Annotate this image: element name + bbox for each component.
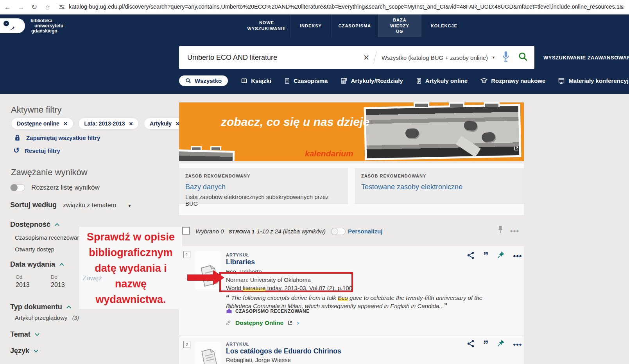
result-item-2[interactable]: 2 ARTYKUŁ Los catálogos de Eduardo Chiri… xyxy=(179,336,524,364)
recommendation-card-bazy-danych[interactable]: ZASÓB REKOMENDOWANY Bazy danych Lista za… xyxy=(179,168,348,204)
tutorial-annotation: Sprawdź w opisie bibliograficznym datę w… xyxy=(79,227,182,309)
sort-caret-icon[interactable]: ▼ xyxy=(128,204,131,208)
browser-reload-icon[interactable]: ↻ xyxy=(31,4,37,11)
more-actions-icon[interactable]: ••• xyxy=(513,252,522,260)
pin-icon[interactable] xyxy=(497,251,505,261)
chevron-up-icon xyxy=(59,263,65,266)
library-photo xyxy=(364,104,521,160)
browser-back-icon[interactable]: ← xyxy=(4,4,11,11)
tab-artykuly-online[interactable]: Artykuły online xyxy=(416,77,468,84)
available-online-link[interactable]: Dostępny Online xyxy=(235,319,283,326)
citation-icon[interactable]: ” xyxy=(483,342,489,347)
active-filter-chips: Dostępne online✕ Lata: 2013-2013✕ Artyku… xyxy=(11,118,189,129)
result-title-link[interactable]: Libraries xyxy=(226,258,255,266)
advanced-search-link[interactable]: WYSZUKIWANIE ZAAWANSOWANE xyxy=(543,55,629,61)
date-to-input[interactable]: 2013 xyxy=(51,282,65,289)
recommendation-subtitle: Lista zasobów elektronicznych subskrybow… xyxy=(185,194,342,207)
nav-item-indeksy[interactable]: INDEKSY xyxy=(290,14,331,37)
reset-filters-button[interactable]: ↺ Resetuj filtry xyxy=(13,147,60,154)
recommendation-card-testowane-zasoby[interactable]: ZASÓB REKOMENDOWANY Testowane zasoby ele… xyxy=(355,168,524,204)
tab-rozprawy-naukowe[interactable]: Rozprawy naukowe xyxy=(480,77,545,84)
nav-item-kolekcje[interactable]: KOLEKCJE xyxy=(421,14,467,37)
search-tabs: Wszystko Książki Czasopisma Artykuły/Roz… xyxy=(179,75,629,86)
facet-subject-header[interactable]: Temat xyxy=(10,330,40,339)
chevron-right-icon[interactable]: › xyxy=(297,319,299,327)
expand-results-toggle[interactable] xyxy=(10,184,25,191)
promo-banner[interactable]: zobacz, co się u nas dzieje kalendarium … xyxy=(179,102,524,161)
facet-availability-header[interactable]: Dostępność xyxy=(10,221,60,229)
range-caret-icon[interactable]: ▼ xyxy=(317,230,321,233)
citation-icon[interactable]: ” xyxy=(483,253,489,259)
tab-label: Czasopisma xyxy=(294,77,328,84)
facet-count: (3) xyxy=(72,315,79,321)
share-icon[interactable] xyxy=(467,251,475,261)
banner-kalendarium-link[interactable]: kalendarium xyxy=(305,149,353,158)
pin-icon[interactable] xyxy=(497,339,505,349)
chip-close-icon[interactable]: ✕ xyxy=(63,121,68,127)
nav-item-nowe-wyszukiwanie[interactable]: NOWE WYSZUKIWANIE xyxy=(243,14,290,37)
pin-results-icon[interactable] xyxy=(497,225,504,235)
reset-icon: ↺ xyxy=(13,147,20,154)
search-submit-icon[interactable] xyxy=(516,52,534,63)
tab-wszystko[interactable]: Wszystko xyxy=(179,75,228,86)
browser-forward-icon[interactable]: → xyxy=(17,4,24,11)
result-item-1[interactable]: 1 ARTYKUŁ Libraries Eco, Umberto Norman:… xyxy=(179,246,524,335)
tab-artykuly-rozdzialy[interactable]: Artykuły/Rozdziały xyxy=(340,77,403,84)
facet-doctype-header[interactable]: Typ dokumentu xyxy=(10,303,72,311)
availability-row[interactable]: Dostępny Online › xyxy=(225,319,299,327)
tab-czasopisma[interactable]: Czasopisma xyxy=(284,77,328,84)
banner-external-link-icon[interactable] xyxy=(513,145,519,153)
site-info-icon[interactable] xyxy=(59,4,65,12)
nav-item-czasopisma[interactable]: CZASOPISMA xyxy=(331,14,378,37)
toolbar-more-icon[interactable]: ••• xyxy=(510,227,519,235)
personalize-toggle[interactable] xyxy=(331,228,346,235)
scope-caret-icon[interactable]: ▼ xyxy=(492,56,495,59)
clear-search-icon[interactable]: ✕ xyxy=(358,53,375,62)
photo-notch xyxy=(449,102,464,107)
result-author[interactable]: Rebagliati, Jorge Wiesse xyxy=(226,357,291,363)
facet-czasopisma-recenzowane[interactable]: Czasopisma recenzowane xyxy=(15,234,84,241)
address-bar[interactable]: katalog-bug.ug.edu.pl/discovery/search?q… xyxy=(69,4,624,10)
peer-reviewed-icon xyxy=(226,308,232,314)
chevron-up-icon xyxy=(66,305,72,309)
tab-label: Materiały konferencyjne xyxy=(568,77,629,84)
nav-item-baza-wiedzy-ug[interactable]: BAZA WIEDZY UG xyxy=(378,14,421,37)
chip-dostepne-online[interactable]: Dostępne online✕ xyxy=(11,118,73,129)
result-title-link[interactable]: Los catálogos de Eduardo Chirinos xyxy=(226,347,341,355)
personalize-label[interactable]: Personalizuj xyxy=(348,228,382,235)
facet-date-header[interactable]: Data wydania xyxy=(10,260,65,269)
facet-title: Język xyxy=(10,347,29,355)
chip-lata[interactable]: Lata: 2013-2013✕ xyxy=(78,118,139,129)
date-from-input[interactable]: 2013 xyxy=(16,282,30,289)
facet-artykul-przegladowy[interactable]: Artykuł przeglądowy (3) xyxy=(15,314,79,321)
remember-filters-button[interactable]: Zapamiętaj wszystkie filtry xyxy=(14,134,100,141)
facet-otwarty-dostep[interactable]: Otwarty dostęp xyxy=(15,246,54,253)
share-icon[interactable] xyxy=(467,340,475,349)
search-scope-select[interactable]: Wszystko (katalog BUG + zasoby online) xyxy=(375,54,492,61)
recommendation-title-link[interactable]: Bazy danych xyxy=(185,183,342,191)
chapter-icon xyxy=(340,78,347,84)
library-logo[interactable]: biblioteka uniwersytetu gdańskiego xyxy=(0,17,63,35)
date-apply-button[interactable]: Zawęź xyxy=(82,274,102,282)
facet-language-header[interactable]: Język xyxy=(10,347,39,355)
library-logo-icon xyxy=(0,18,25,33)
sort-value-dropdown[interactable]: związku z tematem xyxy=(63,202,116,209)
facet-title: Data wydania xyxy=(10,260,55,269)
browser-home-icon[interactable]: ⌂ xyxy=(45,4,50,11)
quote-text: The following excerpts derive from a tal… xyxy=(231,294,338,301)
search-input[interactable]: Umberto ECO AND literature xyxy=(179,54,358,62)
search-band: Umberto ECO AND literature ✕ Wszystko (k… xyxy=(0,37,629,94)
facet-title: Typ dokumentu xyxy=(10,303,62,311)
microphone-icon[interactable] xyxy=(495,51,516,64)
select-all-checkbox[interactable] xyxy=(182,227,190,235)
refine-results-title: Zawężanie wyników xyxy=(11,167,88,178)
more-actions-icon[interactable]: ••• xyxy=(513,340,522,349)
result-thumbnail[interactable] xyxy=(195,342,220,364)
tab-ksiazki[interactable]: Książki xyxy=(241,77,271,84)
banner-close-icon[interactable]: ✕ xyxy=(513,105,518,113)
tab-materialy-konferencyjne[interactable]: Materiały konferencyjne xyxy=(558,77,629,84)
photo-notch xyxy=(414,102,429,107)
results-range-dropdown[interactable]: 1-10 z 24 (liczba wyników) xyxy=(257,228,326,235)
recommendation-title-link[interactable]: Testowane zasoby elektroniczne xyxy=(361,183,518,191)
chip-close-icon[interactable]: ✕ xyxy=(129,121,133,127)
